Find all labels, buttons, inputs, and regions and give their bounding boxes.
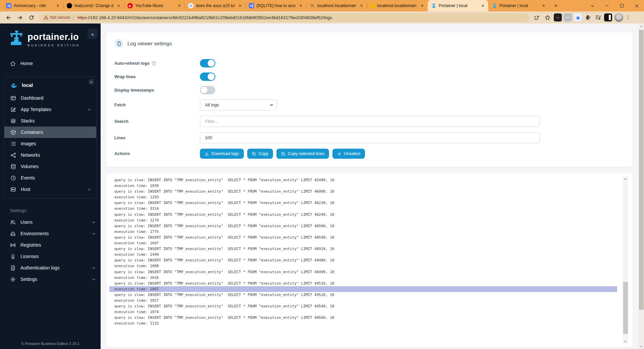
sidebar-item-images[interactable]: Images: [4, 138, 96, 149]
scroll-up-arrow-icon[interactable]: ▲: [623, 176, 628, 181]
browser-tab-localhost-localdomain[interactable]: ⧉localhost.localdomain✕: [306, 0, 367, 11]
tab-close-icon[interactable]: ✕: [237, 3, 243, 9]
log-scrollbar-thumb[interactable]: [623, 282, 628, 334]
tab-close-icon[interactable]: ✕: [541, 3, 546, 9]
log-line[interactable]: query is slow: INSERT INTO "TMP_executio…: [109, 177, 617, 183]
tab-close-icon[interactable]: ✕: [55, 3, 61, 9]
log-line[interactable]: query is slow: INSERT INTO "TMP_executio…: [109, 303, 617, 309]
environment-close-icon[interactable]: ✕: [89, 79, 94, 85]
bookmark-star-icon[interactable]: [543, 13, 552, 22]
browser-tab-localhost-localdomain[interactable]: localhost.localdomain✕: [367, 0, 428, 11]
music-queue-extension-icon[interactable]: [594, 13, 602, 21]
sidebar-item-dashboard[interactable]: Dashboard: [4, 92, 96, 104]
search-input[interactable]: [200, 116, 540, 127]
sidebar-item-containers[interactable]: Containers: [4, 127, 96, 138]
log-line[interactable]: execution time: 1279: [109, 217, 617, 223]
browser-tab-sqlite-how-to-acces[interactable]: [SQLITE] how to acces✕: [246, 0, 306, 11]
environment-header[interactable]: local: [4, 79, 96, 92]
extensions-puzzle-icon[interactable]: [584, 13, 592, 21]
sidebar-item-host[interactable]: Host: [4, 184, 96, 195]
tab-close-icon[interactable]: ✕: [298, 3, 304, 9]
log-line[interactable]: execution time: 1027: [109, 298, 617, 303]
forward-button[interactable]: [15, 13, 24, 22]
auto-refresh-toggle[interactable]: [200, 59, 215, 67]
log-line[interactable]: query is slow: INSERT INTO "TMP_executio…: [109, 292, 617, 298]
browser-tab-portainer-local[interactable]: Portainer | local✕: [488, 0, 549, 11]
log-line[interactable]: execution time: 1449: [109, 252, 617, 257]
log-line[interactable]: execution time: 1039: [109, 183, 617, 189]
sidebar-item-registries[interactable]: Registries: [0, 239, 101, 251]
log-line[interactable]: query is slow: INSERT INTO "TMP_executio…: [109, 235, 617, 240]
download-logs-button[interactable]: Download logs: [200, 149, 244, 159]
unselect-button[interactable]: Unselect: [332, 149, 365, 159]
sidebar-collapse-button[interactable]: «: [88, 29, 98, 39]
sidebar-item-users[interactable]: Users: [0, 216, 101, 228]
page-scrollbar[interactable]: ▲ ▼: [638, 23, 644, 349]
log-line[interactable]: execution time: 1293: [109, 194, 617, 200]
close-window-button[interactable]: [629, 0, 644, 11]
browser-tab-does-the-asus-a15-tuf[interactable]: Gdoes the asus a15 tuf✕: [185, 0, 246, 11]
log-line[interactable]: query is slow: INSERT INTO "TMP_executio…: [109, 189, 617, 194]
minimize-button[interactable]: [600, 0, 614, 11]
sidebar-item-environments[interactable]: Environments: [0, 228, 101, 239]
page-scroll-down-icon[interactable]: ▼: [638, 344, 644, 349]
browser-tab-portainer-local[interactable]: Portainer | local✕: [428, 0, 488, 11]
log-line[interactable]: execution time: 1132: [109, 320, 617, 326]
browser-tab-feat-core-change-da[interactable]: feat(core)!: Change da✕: [63, 0, 124, 11]
new-tab-button[interactable]: +: [551, 1, 560, 10]
lines-input[interactable]: [200, 132, 540, 143]
fetch-select[interactable]: All logs: [200, 99, 277, 110]
tab-close-icon[interactable]: ✕: [480, 3, 486, 9]
log-line[interactable]: query is slow: INSERT INTO "TMP_executio…: [109, 200, 617, 206]
page-scroll-up-icon[interactable]: ▲: [638, 23, 644, 29]
log-line-selected[interactable]: execution time: 1007: [109, 286, 617, 292]
log-line[interactable]: execution time: 1775: [109, 229, 617, 235]
browser-tab-youtube-music[interactable]: ▶YouTube Music✕: [124, 0, 185, 11]
recorder-extension-icon[interactable]: ◉: [574, 13, 582, 21]
log-line[interactable]: query is slow: INSERT INTO "TMP_executio…: [109, 315, 617, 320]
page-scrollbar-thumb[interactable]: [639, 30, 644, 310]
help-icon[interactable]: [152, 61, 156, 66]
url-bar[interactable]: Not secure https://192.168.4.20:9443/#!/…: [39, 13, 529, 22]
wrap-lines-toggle[interactable]: [200, 72, 215, 81]
log-line[interactable]: execution time: 1088: [109, 263, 617, 269]
tab-close-icon[interactable]: ✕: [176, 3, 182, 9]
log-scrollbar[interactable]: ▲ ▼: [623, 176, 628, 344]
display-timestamps-toggle[interactable]: [200, 86, 215, 94]
log-line[interactable]: query is slow: INSERT INTO "TMP_executio…: [109, 281, 617, 286]
sidebar-item-settings[interactable]: Settings: [0, 273, 101, 285]
sidebar-item-app-templates[interactable]: App Templates: [4, 104, 96, 115]
back-button[interactable]: [4, 13, 13, 22]
profile-avatar[interactable]: [614, 13, 623, 22]
maximize-button[interactable]: [614, 0, 629, 11]
terminal-extension-icon[interactable]: >-: [554, 13, 562, 21]
sidebar-item-stacks[interactable]: Stacks: [4, 115, 96, 127]
share-icon[interactable]: [532, 13, 541, 22]
sidebar-item-events[interactable]: Events: [4, 172, 96, 184]
log-line[interactable]: execution time: 3314: [109, 206, 617, 211]
copy-selected-lines-button[interactable]: Copy selected lines: [276, 149, 329, 159]
tab-close-icon[interactable]: ✕: [359, 3, 364, 9]
sidebar-item-networks[interactable]: Networks: [4, 149, 96, 161]
tab-search-chevron-icon[interactable]: [585, 0, 600, 11]
sidebar-item-volumes[interactable]: Volumes: [4, 161, 96, 172]
sidebar-item-home[interactable]: Home: [0, 58, 101, 69]
browser-tab-anniversary-n8n[interactable]: Anniversary - n8n✕: [3, 0, 63, 11]
log-line[interactable]: query is slow: INSERT INTO "TMP_executio…: [109, 246, 617, 252]
log-line[interactable]: query is slow: INSERT INTO "TMP_executio…: [109, 223, 617, 229]
code-extension-icon[interactable]: </>: [564, 13, 572, 21]
log-line[interactable]: query is slow: INSERT INTO "TMP_executio…: [109, 257, 617, 263]
reload-button[interactable]: [26, 13, 36, 22]
log-line[interactable]: execution time: 1016: [109, 275, 617, 281]
tab-close-icon[interactable]: ✕: [116, 3, 121, 9]
sidebar-extension-icon[interactable]: [604, 13, 612, 21]
log-line[interactable]: query is slow: INSERT INTO "TMP_executio…: [109, 212, 617, 217]
security-status[interactable]: Not secure: [44, 15, 70, 20]
copy-button[interactable]: Copy: [247, 149, 273, 159]
browser-menu-icon[interactable]: ⋮: [625, 13, 631, 22]
tab-close-icon[interactable]: ✕: [419, 3, 425, 9]
log-line[interactable]: execution time: 1607: [109, 240, 617, 246]
sidebar-item-authentication-logs[interactable]: Authentication logs: [0, 262, 101, 273]
sidebar-item-licenses[interactable]: Licenses: [0, 251, 101, 262]
log-line[interactable]: query is slow: INSERT INTO "TMP_executio…: [109, 269, 617, 275]
